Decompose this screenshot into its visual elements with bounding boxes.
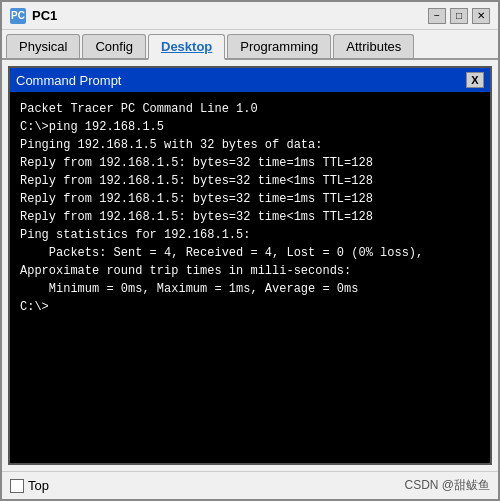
title-bar-buttons: − □ ✕ [428,8,490,24]
tab-config[interactable]: Config [82,34,146,58]
bottom-bar: Top CSDN @甜鲅鱼 [2,471,498,499]
maximize-button[interactable]: □ [450,8,468,24]
minimize-button[interactable]: − [428,8,446,24]
watermark: CSDN @甜鲅鱼 [404,477,490,494]
tab-programming[interactable]: Programming [227,34,331,58]
cmd-line-13: Minimum = 0ms, Maximum = 1ms, Average = … [20,280,480,298]
top-label: Top [28,478,49,493]
top-checkbox[interactable] [10,479,24,493]
cmd-line-3: Pinging 192.168.1.5 with 32 bytes of dat… [20,136,480,154]
cmd-line-8: Reply from 192.168.1.5: bytes=32 time<1m… [20,208,480,226]
tab-physical[interactable]: Physical [6,34,80,58]
main-window: PC PC1 − □ ✕ Physical Config Desktop Pro… [0,0,500,501]
tab-bar: Physical Config Desktop Programming Attr… [2,30,498,60]
cmd-close-button[interactable]: X [466,72,484,88]
bottom-left: Top [10,478,49,493]
main-content: Command Prompt X Packet Tracer PC Comman… [2,60,498,471]
cmd-line-12: Approximate round trip times in milli-se… [20,262,480,280]
cmd-line-1: C:\>ping 192.168.1.5 [20,118,480,136]
window-icon: PC [10,8,26,24]
cmd-body[interactable]: Packet Tracer PC Command Line 1.0 C:\>pi… [10,92,490,463]
cmd-line-7: Reply from 192.168.1.5: bytes=32 time=1m… [20,190,480,208]
window-title: PC1 [32,8,422,23]
close-button[interactable]: ✕ [472,8,490,24]
cmd-line-11: Packets: Sent = 4, Received = 4, Lost = … [20,244,480,262]
command-prompt-window: Command Prompt X Packet Tracer PC Comman… [8,66,492,465]
tab-desktop[interactable]: Desktop [148,34,225,60]
cmd-line-10: Ping statistics for 192.168.1.5: [20,226,480,244]
cmd-title-text: Command Prompt [16,73,121,88]
cmd-line-5: Reply from 192.168.1.5: bytes=32 time=1m… [20,154,480,172]
title-bar: PC PC1 − □ ✕ [2,2,498,30]
cmd-line-6: Reply from 192.168.1.5: bytes=32 time<1m… [20,172,480,190]
cmd-title-bar: Command Prompt X [10,68,490,92]
cmd-line-0: Packet Tracer PC Command Line 1.0 [20,100,480,118]
cmd-line-15: C:\> [20,298,480,316]
tab-attributes[interactable]: Attributes [333,34,414,58]
